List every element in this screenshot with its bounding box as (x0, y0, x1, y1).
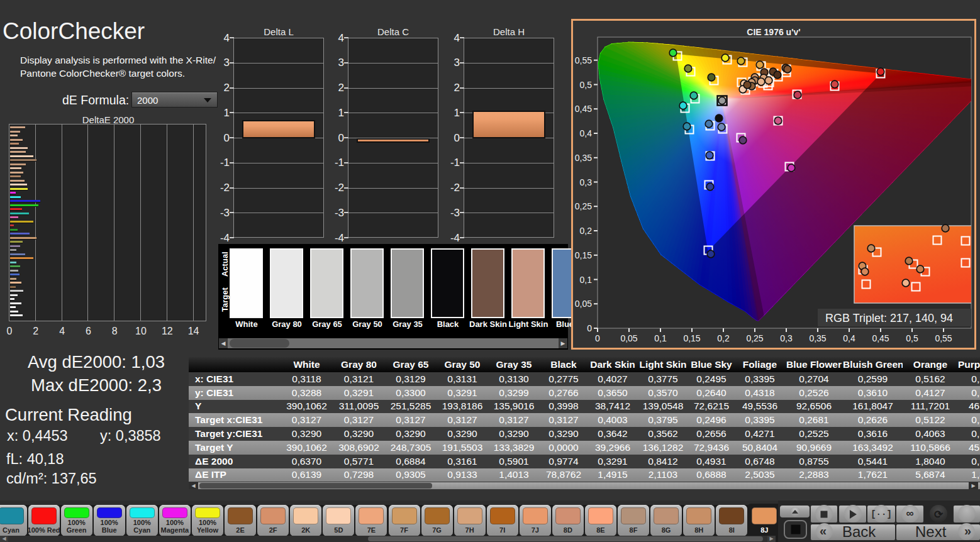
svg-text:0,3: 0,3 (580, 177, 593, 187)
svg-text:0,55: 0,55 (575, 55, 592, 65)
svg-text:0,45: 0,45 (872, 333, 889, 343)
svg-text:0,5: 0,5 (906, 333, 918, 343)
svg-text:0,5: 0,5 (580, 80, 593, 90)
svg-text:RGB Triplet: 217, 140, 94: RGB Triplet: 217, 140, 94 (825, 312, 953, 324)
svg-text:0,2: 0,2 (580, 226, 593, 236)
svg-text:0,45: 0,45 (575, 104, 592, 114)
svg-text:0,35: 0,35 (809, 333, 826, 343)
svg-text:0,55: 0,55 (935, 333, 952, 343)
svg-text:0,3: 0,3 (780, 333, 793, 343)
svg-text:0,25: 0,25 (746, 333, 763, 343)
svg-text:0,1: 0,1 (580, 275, 593, 285)
svg-text:0,4: 0,4 (843, 333, 855, 343)
svg-text:0,1: 0,1 (654, 333, 667, 343)
svg-text:0,15: 0,15 (683, 333, 700, 343)
svg-text:0,4: 0,4 (580, 128, 593, 138)
svg-text:0: 0 (595, 333, 600, 343)
svg-text:0,15: 0,15 (575, 250, 592, 260)
svg-text:0,35: 0,35 (575, 153, 592, 163)
svg-text:0,05: 0,05 (620, 333, 637, 343)
svg-text:0: 0 (587, 323, 592, 333)
svg-text:0,05: 0,05 (575, 299, 592, 309)
svg-text:0,25: 0,25 (575, 201, 592, 211)
svg-text:0,2: 0,2 (717, 333, 730, 343)
